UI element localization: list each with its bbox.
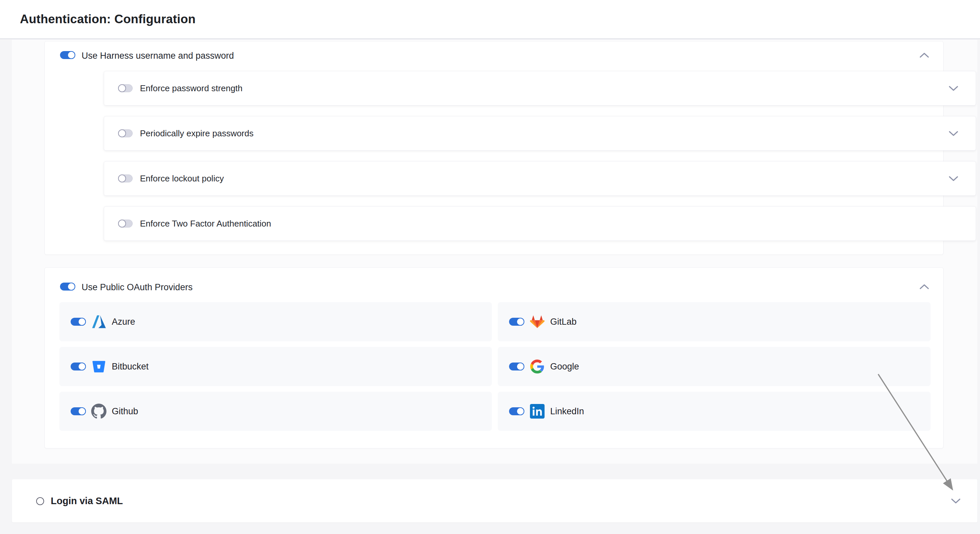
gitlab-toggle[interactable] xyxy=(509,318,524,326)
auth-configuration-page: { "header": { "title": "Authentication: … xyxy=(0,0,980,534)
setting-label: Enforce password strength xyxy=(140,83,242,94)
page-header: Authentication: Configuration xyxy=(0,0,980,39)
toggle-knob xyxy=(516,318,524,326)
oauth-tile-azure: Azure xyxy=(59,302,492,341)
saml-radio-button[interactable] xyxy=(36,497,44,505)
setting-label: Periodically expire passwords xyxy=(140,128,253,139)
toggle-knob xyxy=(67,283,75,291)
provider-label: GitLab xyxy=(550,317,577,327)
enforce-lockout-policy-toggle[interactable] xyxy=(118,175,133,183)
setting-label: Enforce lockout policy xyxy=(140,173,224,184)
enforce-password-strength-toggle[interactable] xyxy=(118,84,133,92)
google-icon xyxy=(530,359,545,374)
provider-label: LinkedIn xyxy=(550,406,584,416)
enforce-two-factor-toggle[interactable] xyxy=(118,219,133,227)
toggle-knob xyxy=(516,362,524,370)
page-title: Authentication: Configuration xyxy=(20,12,196,26)
toggle-knob xyxy=(118,175,126,183)
saml-label: Login via SAML xyxy=(51,496,123,507)
toggle-knob xyxy=(118,129,126,137)
expand-chevron-down-icon[interactable] xyxy=(948,86,958,92)
oauth-providers-section: Use Public OAuth Providers Azure xyxy=(45,267,943,448)
oauth-tile-gitlab: GitLab xyxy=(498,302,931,341)
oauth-tile-bitbucket: Bitbucket xyxy=(59,347,492,386)
saml-login-section[interactable]: Login via SAML xyxy=(12,479,977,522)
use-public-oauth-toggle[interactable] xyxy=(60,283,75,291)
collapse-section-chevron-up-icon[interactable] xyxy=(919,284,929,289)
toggle-knob xyxy=(67,51,75,59)
username-password-section: Use Harness username and password Enforc… xyxy=(45,41,943,255)
github-icon xyxy=(91,404,107,419)
setting-row-password-strength[interactable]: Enforce password strength xyxy=(104,71,976,105)
oauth-tile-github: Github xyxy=(59,392,492,431)
toggle-knob xyxy=(78,318,86,326)
expand-chevron-down-icon[interactable] xyxy=(948,176,958,182)
setting-row-two-factor[interactable]: Enforce Two Factor Authentication xyxy=(104,206,976,241)
saml-expand-chevron-down-icon[interactable] xyxy=(951,498,961,504)
collapse-section-chevron-up-icon[interactable] xyxy=(919,52,929,58)
toggle-knob xyxy=(78,362,86,370)
section-label: Use Harness username and password xyxy=(81,51,234,61)
bitbucket-toggle[interactable] xyxy=(71,362,86,370)
azure-toggle[interactable] xyxy=(71,318,86,326)
section-label: Use Public OAuth Providers xyxy=(81,282,192,292)
setting-label: Enforce Two Factor Authentication xyxy=(140,219,271,229)
google-toggle[interactable] xyxy=(509,362,524,370)
toggle-knob xyxy=(118,219,126,227)
bitbucket-icon xyxy=(91,359,107,374)
provider-label: Bitbucket xyxy=(112,362,149,372)
toggle-knob xyxy=(516,407,524,415)
use-harness-login-toggle[interactable] xyxy=(60,51,75,59)
toggle-knob xyxy=(118,84,126,92)
linkedin-icon xyxy=(530,404,545,419)
azure-icon xyxy=(91,314,107,329)
provider-label: Github xyxy=(112,406,138,416)
setting-row-lockout-policy[interactable]: Enforce lockout policy xyxy=(104,161,976,196)
gitlab-icon xyxy=(530,314,545,329)
linkedin-toggle[interactable] xyxy=(509,407,524,415)
github-toggle[interactable] xyxy=(71,407,86,415)
oauth-tile-linkedin: LinkedIn xyxy=(498,392,931,431)
provider-label: Azure xyxy=(112,317,135,327)
provider-label: Google xyxy=(550,362,579,372)
oauth-tile-google: Google xyxy=(498,347,931,386)
toggle-knob xyxy=(78,407,86,415)
setting-row-expire-passwords[interactable]: Periodically expire passwords xyxy=(104,116,976,151)
periodically-expire-passwords-toggle[interactable] xyxy=(118,129,133,137)
expand-chevron-down-icon[interactable] xyxy=(948,131,958,137)
